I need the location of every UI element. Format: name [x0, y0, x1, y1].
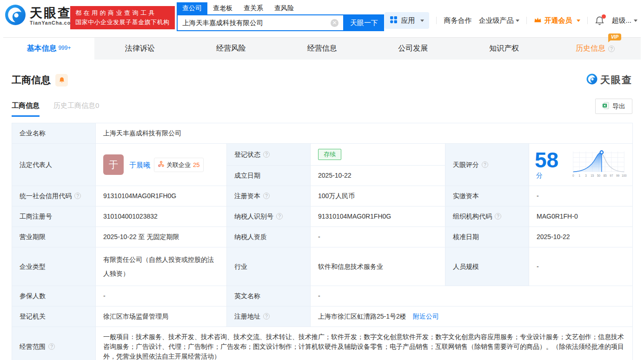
taxpayer-quality-value: - — [311, 227, 445, 247]
watermark-logo: 天眼查 — [586, 73, 632, 87]
svg-text:3: 3 — [585, 174, 587, 178]
table-row: 工商注册号 310104001023832 纳税人识别号? 91310104MA… — [12, 207, 633, 227]
score-value-wrap: 58分 — [535, 149, 564, 180]
status-badge: 存续 — [318, 149, 341, 160]
crown-icon — [534, 16, 542, 25]
subtab-history-business-info[interactable]: 历史工商信息0 — [53, 101, 99, 117]
table-row: 企业名称 上海天丰嘉成科技有限公司 — [12, 123, 633, 144]
svg-text:0: 0 — [572, 174, 574, 178]
reg-capital-value: 100万人民币 — [311, 186, 445, 207]
table-row: 统一社会信用代码? 91310104MAG0R1FH0G 注册资本? 100万人… — [12, 186, 633, 207]
org-code-value: MAG0R1FH-0 — [529, 207, 633, 227]
avatar[interactable]: 于 — [103, 154, 124, 175]
help-icon[interactable]: ? — [263, 193, 270, 199]
divider — [587, 17, 588, 24]
search-button[interactable]: 天眼一下 — [344, 14, 384, 31]
divider — [526, 17, 527, 24]
clear-search-icon[interactable]: ✕ — [331, 19, 339, 27]
tab-intellectual-property-label: 知识产权 — [489, 44, 519, 53]
tab-company-development-label: 公司发展 — [398, 44, 428, 53]
help-icon[interactable]: ? — [608, 46, 615, 52]
open-membership-menu[interactable]: 开通会员 — [534, 16, 580, 25]
paid-capital-label: 实缴资本 — [445, 186, 529, 207]
svg-text:1: 1 — [579, 174, 581, 178]
apps-label: 应用 — [401, 16, 415, 25]
company-name-label: 企业名称 — [12, 123, 96, 144]
org-network-icon — [158, 160, 164, 170]
approval-date-label: 核准日期 — [445, 227, 529, 247]
reg-status-value: 存续 — [311, 144, 445, 166]
export-button[interactable]: 导出 — [595, 99, 632, 114]
reg-status-label: 登记状态? — [227, 144, 311, 166]
svg-text:100: 100 — [622, 174, 627, 178]
reg-number-value: 310104001023832 — [96, 207, 227, 227]
table-row: 营业期限 2025-10-22 至 无固定期限 纳税人资质 - 核准日期 202… — [12, 227, 633, 247]
nearby-companies-link[interactable]: 附近公司 — [413, 313, 439, 320]
tab-operating-risk[interactable]: 经营风险 — [186, 38, 277, 60]
watermark-brand: 天眼查 — [600, 73, 632, 87]
enterprise-products-menu[interactable]: 企业级产品 — [478, 16, 519, 25]
main-content: 工商信息 天眼查 — [0, 60, 644, 360]
credit-code-label: 统一社会信用代码? — [12, 186, 96, 207]
svg-text:85: 85 — [604, 174, 607, 178]
slogan-line1: 都在用的商业查询工具 — [75, 8, 170, 18]
chevron-down-icon — [516, 20, 519, 22]
reg-address-value: 上海市徐汇区虹漕路25-1号2楼 — [318, 313, 406, 320]
business-term-label: 营业期限 — [12, 227, 96, 247]
business-cooperation-link[interactable]: 商务合作 — [444, 16, 471, 25]
company-type-label: 企业类型 — [12, 247, 96, 286]
related-companies-badge[interactable]: 关联企业 25 — [154, 158, 204, 172]
notifications-bell[interactable] — [595, 16, 604, 26]
chevron-down-icon — [634, 20, 637, 22]
chevron-down-icon — [577, 20, 580, 22]
super-vip-menu[interactable]: 超级... — [611, 16, 637, 25]
paid-capital-value: - — [529, 186, 633, 207]
table-row: 法定代表人 于 于晨曦 关联企业 — [12, 144, 633, 166]
slogan-banner: 都在用的商业查询工具 国家中小企业发展子基金旗下机构 — [70, 6, 175, 29]
tab-intellectual-property[interactable]: 知识产权 — [458, 38, 550, 60]
tab-operating-info[interactable]: 经营信息 — [277, 38, 368, 60]
brand-name: 天眼查 — [30, 6, 75, 20]
search-tab-relation[interactable]: 查关系 — [238, 2, 269, 14]
staff-size-label: 人员规模 — [445, 247, 529, 286]
tab-company-development[interactable]: 公司发展 — [367, 38, 458, 60]
score-value: 58 — [535, 148, 558, 172]
svg-text:97: 97 — [610, 174, 614, 178]
related-companies-label: 关联企业 — [166, 160, 191, 170]
legal-rep-label: 法定代表人 — [12, 144, 96, 186]
reg-authority-value: 徐汇区市场监督管理局 — [96, 307, 227, 327]
tab-legal-litigation[interactable]: 法律诉讼 — [94, 38, 186, 60]
reg-authority-label: 登记机关 — [12, 307, 96, 327]
subtab-business-info[interactable]: 工商信息 — [12, 101, 40, 117]
approval-date-value: 2025-10-22 — [529, 227, 633, 247]
search-tab-company[interactable]: 查公司 — [177, 2, 207, 14]
legal-rep-name-link[interactable]: 于晨曦 — [129, 160, 150, 170]
help-icon[interactable]: ? — [74, 193, 81, 199]
search-tab-boss[interactable]: 查老板 — [207, 2, 238, 14]
help-icon[interactable]: ? — [482, 161, 488, 168]
help-icon[interactable]: ? — [48, 343, 55, 350]
reg-address-cell: 上海市徐汇区虹漕路25-1号2楼 附近公司 — [311, 307, 633, 327]
apps-grid-icon — [390, 16, 398, 25]
tab-basic-info[interactable]: 基本信息 999+ — [3, 38, 94, 60]
industry-value: 软件和信息技术服务业 — [311, 247, 445, 286]
score-cell: 58分 — [529, 144, 633, 186]
insured-count-value: - — [96, 286, 227, 307]
export-label: 导出 — [612, 102, 625, 111]
taxpayer-id-value: 91310104MAG0R1FH0G — [311, 207, 445, 227]
site-logo[interactable]: 天眼查 TianYanCha.com — [5, 4, 75, 27]
tab-operating-info-label: 经营信息 — [307, 44, 337, 53]
svg-text:99: 99 — [616, 174, 620, 178]
tab-history-info[interactable]: 历史信息 ? VIP — [550, 38, 641, 60]
help-icon[interactable]: ? — [263, 151, 270, 158]
brand-domain: TianYanCha.com — [30, 20, 75, 26]
search-input[interactable] — [182, 19, 331, 27]
help-icon[interactable]: ? — [276, 213, 283, 220]
tab-legal-litigation-label: 法律诉讼 — [125, 44, 155, 53]
help-icon[interactable]: ? — [495, 213, 501, 220]
subscribe-bell-button[interactable] — [55, 74, 68, 87]
search-tab-risk[interactable]: 查风险 — [269, 2, 299, 14]
help-icon[interactable]: ? — [263, 313, 270, 320]
apps-menu[interactable]: 应用 — [385, 12, 429, 29]
notification-dot — [602, 14, 606, 19]
